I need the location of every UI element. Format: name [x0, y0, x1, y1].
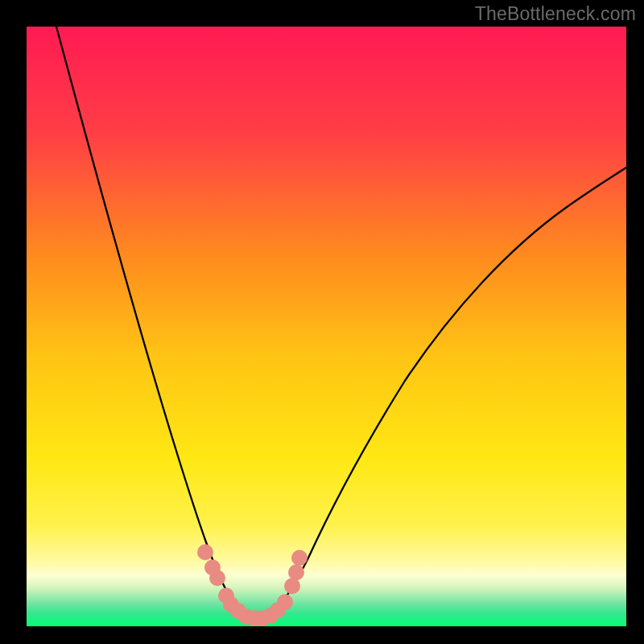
valley-markers-group: [197, 544, 308, 626]
marker-dot: [277, 594, 293, 610]
marker-dot: [209, 570, 225, 586]
marker-dot: [288, 564, 304, 580]
plot-frame: [27, 27, 626, 626]
marker-dot: [284, 578, 300, 594]
left-branch-curve: [56, 27, 247, 618]
marker-dot: [197, 544, 213, 560]
marker-dot: [291, 550, 308, 566]
right-branch-curve: [268, 167, 626, 618]
watermark-text: TheBottleneck.com: [475, 3, 636, 25]
chart-curves: [27, 27, 626, 626]
